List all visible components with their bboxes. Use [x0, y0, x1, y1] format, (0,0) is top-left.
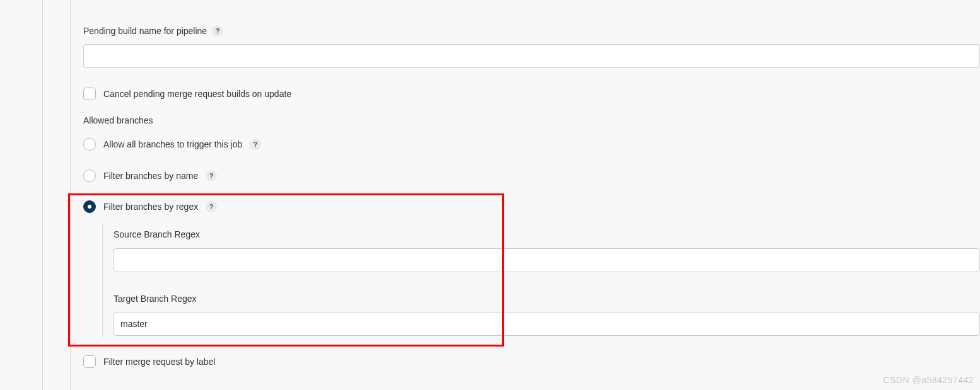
cancel-pending-label: Cancel pending merge request builds on u… — [103, 89, 291, 99]
form-content: Pending build name for pipeline ? Cancel… — [83, 0, 980, 390]
filter-by-name-label: Filter branches by name — [103, 171, 198, 181]
allow-all-radio[interactable] — [83, 138, 96, 151]
source-branch-regex-input[interactable] — [114, 248, 980, 272]
target-branch-regex-label: Target Branch Regex — [114, 294, 197, 304]
filter-by-name-radio[interactable] — [83, 169, 96, 182]
filter-by-label-label: Filter merge request by label — [103, 357, 215, 367]
cancel-pending-checkbox[interactable] — [83, 88, 96, 100]
filter-by-regex-radio[interactable] — [83, 200, 96, 213]
target-branch-regex-input[interactable] — [114, 312, 980, 336]
allowed-branches-heading: Allowed branches — [83, 115, 153, 125]
help-icon[interactable]: ? — [250, 139, 261, 150]
pending-build-label-row: Pending build name for pipeline ? — [83, 25, 980, 37]
help-icon[interactable]: ? — [206, 170, 217, 181]
nested-vertical-rule — [102, 224, 103, 337]
outer-vertical-rule — [42, 0, 43, 390]
pending-build-input[interactable] — [83, 44, 980, 68]
inner-vertical-rule — [70, 0, 71, 390]
watermark: CSDN @a584257442 — [883, 375, 974, 385]
filter-by-label-checkbox[interactable] — [83, 355, 96, 368]
source-branch-regex-label: Source Branch Regex — [114, 229, 200, 239]
help-icon[interactable]: ? — [212, 25, 223, 37]
help-icon[interactable]: ? — [206, 201, 217, 212]
pending-build-label: Pending build name for pipeline — [83, 26, 207, 36]
filter-by-regex-label: Filter branches by regex — [103, 202, 198, 212]
allow-all-label: Allow all branches to trigger this job — [103, 139, 242, 149]
